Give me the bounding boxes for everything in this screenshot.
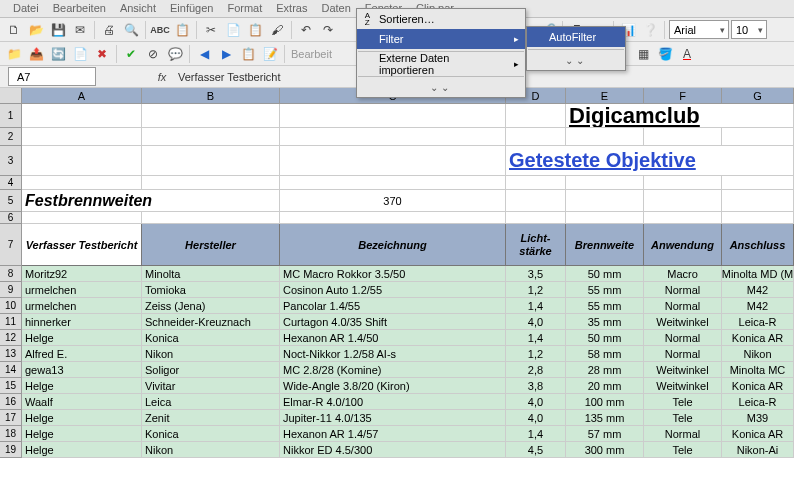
paste-icon[interactable]: 📋: [245, 20, 265, 40]
row-19[interactable]: 19: [0, 442, 22, 458]
save-icon[interactable]: 💾: [48, 20, 68, 40]
cell[interactable]: [22, 128, 142, 146]
cell[interactable]: [644, 128, 722, 146]
menu-einfügen[interactable]: Einfügen: [163, 0, 220, 17]
header-E[interactable]: Brennweite: [566, 224, 644, 266]
cell[interactable]: 4,0: [506, 410, 566, 426]
format-painter-icon[interactable]: 🖌: [267, 20, 287, 40]
track-icon[interactable]: 📝: [260, 44, 280, 64]
cell[interactable]: Konica AR: [722, 378, 794, 394]
cell[interactable]: Normal: [644, 426, 722, 442]
cell[interactable]: Zeiss (Jena): [142, 298, 280, 314]
cell[interactable]: Tele: [644, 410, 722, 426]
cell[interactable]: Noct-Nikkor 1.2/58 AI-s: [280, 346, 506, 362]
cell[interactable]: M42: [722, 298, 794, 314]
cell[interactable]: Cosinon Auto 1.2/55: [280, 282, 506, 298]
cell[interactable]: Leica-R: [722, 314, 794, 330]
cell[interactable]: [644, 212, 722, 224]
cell[interactable]: 2,8: [506, 362, 566, 378]
cell[interactable]: hinnerker: [22, 314, 142, 330]
header-A[interactable]: Verfasser Testbericht: [22, 224, 142, 266]
submenu-expand-icon[interactable]: ⌄⌄: [527, 52, 625, 70]
cut-icon[interactable]: ✂: [201, 20, 221, 40]
header-C[interactable]: Bezeichnung: [280, 224, 506, 266]
preview-icon[interactable]: 🔍: [121, 20, 141, 40]
cell[interactable]: MC 2.8/28 (Komine): [280, 362, 506, 378]
cell[interactable]: Helge: [22, 378, 142, 394]
cell[interactable]: M42: [722, 282, 794, 298]
cell[interactable]: 28 mm: [566, 362, 644, 378]
cell[interactable]: [566, 176, 644, 190]
header-D[interactable]: Licht- stärke: [506, 224, 566, 266]
cell[interactable]: Konica: [142, 330, 280, 346]
cell[interactable]: 135 mm: [566, 410, 644, 426]
cell[interactable]: [142, 146, 280, 176]
cell[interactable]: Schneider-Kreuznach: [142, 314, 280, 330]
cell[interactable]: Leica: [142, 394, 280, 410]
cell[interactable]: Minolta MD (M: [722, 266, 794, 282]
cell[interactable]: 57 mm: [566, 426, 644, 442]
prev-icon[interactable]: ◀: [194, 44, 214, 64]
row-2[interactable]: 2: [0, 128, 22, 146]
cell[interactable]: 55 mm: [566, 298, 644, 314]
spellcheck-icon[interactable]: ABC: [150, 20, 170, 40]
cell[interactable]: Konica AR: [722, 426, 794, 442]
cell[interactable]: [506, 176, 566, 190]
new-icon[interactable]: 🗋: [4, 20, 24, 40]
help-icon[interactable]: ❔: [640, 20, 660, 40]
row-17[interactable]: 17: [0, 410, 22, 426]
cell[interactable]: Hexanon AR 1.4/50: [280, 330, 506, 346]
cell[interactable]: 55 mm: [566, 282, 644, 298]
export-icon[interactable]: 📤: [26, 44, 46, 64]
next-icon[interactable]: ▶: [216, 44, 236, 64]
cell[interactable]: Konica: [142, 426, 280, 442]
cell[interactable]: [280, 104, 506, 128]
row-18[interactable]: 18: [0, 426, 22, 442]
cell[interactable]: 100 mm: [566, 394, 644, 410]
font-size-select[interactable]: 10: [731, 20, 767, 39]
name-box[interactable]: A7: [8, 67, 96, 86]
row-10[interactable]: 10: [0, 298, 22, 314]
row-15[interactable]: 15: [0, 378, 22, 394]
menu-expand-icon[interactable]: ⌄⌄: [357, 79, 525, 97]
cell[interactable]: 1,2: [506, 346, 566, 362]
cell[interactable]: [566, 212, 644, 224]
accept-icon[interactable]: ✔: [121, 44, 141, 64]
cell[interactable]: [280, 128, 506, 146]
cell[interactable]: 58 mm: [566, 346, 644, 362]
cell[interactable]: 3,5: [506, 266, 566, 282]
cell[interactable]: 1,4: [506, 330, 566, 346]
cell[interactable]: Alfred E.: [22, 346, 142, 362]
reject-icon[interactable]: ⊘: [143, 44, 163, 64]
cell[interactable]: Minolta: [142, 266, 280, 282]
cell[interactable]: [644, 176, 722, 190]
cell[interactable]: [566, 128, 644, 146]
cell[interactable]: 4,0: [506, 314, 566, 330]
cell[interactable]: [722, 128, 794, 146]
cell[interactable]: [644, 190, 722, 212]
cell[interactable]: Weitwinkel: [644, 314, 722, 330]
cell[interactable]: Zenit: [142, 410, 280, 426]
cell[interactable]: Nikon-Ai: [722, 442, 794, 458]
menu-autofilter[interactable]: AutoFilter: [527, 27, 625, 47]
cell[interactable]: Normal: [644, 282, 722, 298]
cell[interactable]: [280, 146, 506, 176]
undo-icon[interactable]: ↶: [296, 20, 316, 40]
cell[interactable]: [722, 176, 794, 190]
research-icon[interactable]: 📋: [172, 20, 192, 40]
cell[interactable]: 50 mm: [566, 266, 644, 282]
row-8[interactable]: 8: [0, 266, 22, 282]
row-3[interactable]: 3: [0, 146, 22, 176]
snap-icon[interactable]: 🔄: [48, 44, 68, 64]
cell[interactable]: Helge: [22, 426, 142, 442]
cell[interactable]: 1,2: [506, 282, 566, 298]
row-9[interactable]: 9: [0, 282, 22, 298]
menu-filter[interactable]: Filter: [357, 29, 525, 49]
menu-datei[interactable]: Datei: [6, 0, 46, 17]
cell[interactable]: [22, 212, 142, 224]
cell[interactable]: Tomioka: [142, 282, 280, 298]
link-getestete[interactable]: Getestete Objektive: [506, 146, 794, 176]
section-festbrennweiten[interactable]: Festbrennweiten: [22, 190, 280, 212]
cell[interactable]: Nikon: [722, 346, 794, 362]
row-13[interactable]: 13: [0, 346, 22, 362]
